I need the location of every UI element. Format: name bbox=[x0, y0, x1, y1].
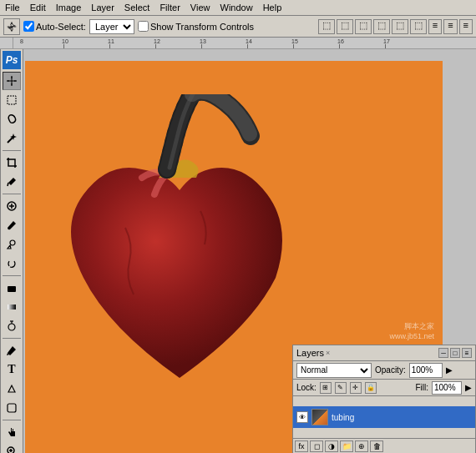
layers-options-row: Normal Opacity: ▶ bbox=[293, 361, 475, 380]
layer-kind-select[interactable]: Layer bbox=[89, 19, 134, 34]
svg-rect-15 bbox=[8, 305, 16, 310]
opacity-input[interactable] bbox=[409, 363, 443, 378]
ruler-corner bbox=[0, 38, 13, 49]
layers-bottom-bar: fx ◻ ◑ 📁 ⊕ 🗑 bbox=[293, 438, 475, 453]
layers-tab-label: Layers bbox=[296, 348, 324, 358]
tool-divider-1 bbox=[3, 150, 21, 151]
menu-view[interactable]: View bbox=[185, 2, 215, 13]
zoom-tool[interactable] bbox=[3, 442, 21, 453]
layers-tab: Layers × bbox=[296, 348, 330, 358]
svg-rect-18 bbox=[8, 404, 16, 412]
add-layer-btn[interactable]: ⊕ bbox=[355, 440, 368, 452]
opacity-label: Opacity: bbox=[375, 365, 406, 375]
svg-line-8 bbox=[8, 137, 13, 143]
shape-tool[interactable] bbox=[3, 399, 21, 417]
watermark: 脚本之家 www.jb51.net bbox=[389, 321, 434, 340]
clone-stamp-tool[interactable] bbox=[3, 235, 21, 254]
history-brush-tool[interactable] bbox=[3, 254, 21, 273]
add-style-btn[interactable]: fx bbox=[295, 440, 308, 452]
layers-title-bar: Layers × ─ □ ≡ bbox=[293, 345, 475, 361]
svg-point-16 bbox=[8, 324, 15, 330]
transform-checkbox[interactable] bbox=[138, 21, 149, 32]
align-btn-5[interactable]: ⬚ bbox=[392, 19, 408, 34]
align-btn-3[interactable]: ⬚ bbox=[355, 19, 372, 34]
menu-help[interactable]: Help bbox=[258, 2, 287, 13]
tool-divider-3 bbox=[3, 275, 21, 276]
blend-mode-select[interactable]: Normal bbox=[296, 363, 372, 378]
lock-label: Lock: bbox=[296, 383, 316, 392]
dodge-tool[interactable] bbox=[3, 317, 21, 335]
move-tool-options[interactable] bbox=[3, 18, 20, 35]
menu-filter[interactable]: Filter bbox=[154, 2, 185, 13]
svg-rect-14 bbox=[8, 286, 16, 292]
gradient-tool[interactable] bbox=[3, 298, 21, 316]
lock-move-btn[interactable]: ✛ bbox=[350, 382, 362, 394]
eyedropper-tool[interactable] bbox=[3, 173, 21, 191]
layers-panel-buttons: ─ □ ≡ bbox=[438, 348, 472, 358]
distribute-btn-2[interactable]: ≡ bbox=[443, 19, 457, 34]
align-btn-4[interactable]: ⬚ bbox=[373, 19, 390, 34]
layers-panel-min[interactable]: ─ bbox=[438, 348, 448, 358]
transform-check[interactable]: Show Transform Controls bbox=[138, 21, 254, 32]
opacity-arrow[interactable]: ▶ bbox=[446, 365, 453, 375]
hand-tool[interactable] bbox=[3, 423, 21, 441]
menu-file[interactable]: File bbox=[0, 2, 25, 13]
distribute-btn-3[interactable]: ≡ bbox=[459, 19, 473, 34]
tool-divider-4 bbox=[3, 338, 21, 339]
svg-point-13 bbox=[10, 240, 15, 245]
text-tool[interactable]: T bbox=[3, 360, 21, 379]
eraser-tool[interactable] bbox=[3, 279, 21, 297]
lasso-tool[interactable] bbox=[3, 110, 21, 128]
fill-arrow[interactable]: ▶ bbox=[465, 383, 472, 392]
marquee-tool[interactable] bbox=[3, 91, 21, 109]
layer-visibility-toggle[interactable]: 👁 bbox=[296, 411, 308, 423]
lock-all-btn[interactable]: 🔒 bbox=[365, 382, 377, 394]
lock-pixels-btn[interactable]: ✎ bbox=[335, 382, 347, 394]
crop-tool[interactable] bbox=[3, 154, 21, 172]
distribute-btn-1[interactable]: ≡ bbox=[428, 19, 442, 34]
move-tool[interactable] bbox=[3, 72, 21, 90]
align-btn-6[interactable]: ⬚ bbox=[410, 19, 427, 34]
layers-panel-max[interactable]: □ bbox=[450, 348, 460, 358]
add-mask-btn[interactable]: ◻ bbox=[310, 440, 323, 452]
pen-tool[interactable] bbox=[3, 341, 21, 360]
menu-layer[interactable]: Layer bbox=[86, 2, 119, 13]
add-adjustment-btn[interactable]: ◑ bbox=[325, 440, 338, 452]
layers-panel-menu[interactable]: ≡ bbox=[462, 348, 472, 358]
menu-select[interactable]: Select bbox=[119, 2, 155, 13]
layer-thumbnail bbox=[311, 409, 328, 425]
layers-panel: Layers × ─ □ ≡ Normal Opacity: ▶ Lock: ⊞… bbox=[292, 345, 476, 453]
healing-brush-tool[interactable] bbox=[3, 197, 21, 215]
toolbox: Ps bbox=[0, 49, 23, 453]
layer-row-tubing[interactable]: 👁 tubing bbox=[293, 406, 475, 428]
ruler-horizontal: 8 10 11 12 13 14 15 16 17 bbox=[13, 38, 476, 49]
align-btn-1[interactable]: ⬚ bbox=[318, 19, 335, 34]
add-group-btn[interactable]: 📁 bbox=[340, 440, 353, 452]
magic-wand-tool[interactable] bbox=[3, 129, 21, 148]
menu-image[interactable]: Image bbox=[51, 2, 87, 13]
transform-label: Show Transform Controls bbox=[150, 22, 254, 32]
menu-bar: File Edit Image Layer Select Filter View… bbox=[0, 0, 476, 16]
fill-input[interactable] bbox=[432, 381, 462, 395]
svg-marker-3 bbox=[7, 26, 9, 28]
auto-select-label: Auto-Select: bbox=[36, 22, 86, 32]
layer-name: tubing bbox=[332, 413, 354, 422]
svg-rect-7 bbox=[8, 96, 16, 104]
layers-content: 👁 tubing bbox=[293, 396, 475, 438]
tool-divider-5 bbox=[3, 420, 21, 420]
layers-tab-close[interactable]: × bbox=[326, 349, 330, 357]
menu-window[interactable]: Window bbox=[215, 2, 258, 13]
auto-select-check[interactable]: Auto-Select: bbox=[23, 21, 86, 32]
ps-logo: Ps bbox=[3, 51, 21, 69]
svg-marker-4 bbox=[14, 26, 17, 28]
auto-select-checkbox[interactable] bbox=[23, 21, 34, 32]
menu-edit[interactable]: Edit bbox=[25, 2, 51, 13]
brush-tool[interactable] bbox=[3, 216, 21, 234]
align-btn-2[interactable]: ⬚ bbox=[337, 19, 353, 34]
delete-layer-btn[interactable]: 🗑 bbox=[370, 440, 383, 452]
path-selection-tool[interactable] bbox=[3, 380, 21, 398]
lock-position-btn[interactable]: ⊞ bbox=[320, 382, 332, 394]
layers-lock-row: Lock: ⊞ ✎ ✛ 🔒 Fill: ▶ bbox=[293, 380, 475, 396]
fill-label: Fill: bbox=[415, 383, 428, 392]
heart-image bbox=[58, 94, 301, 411]
